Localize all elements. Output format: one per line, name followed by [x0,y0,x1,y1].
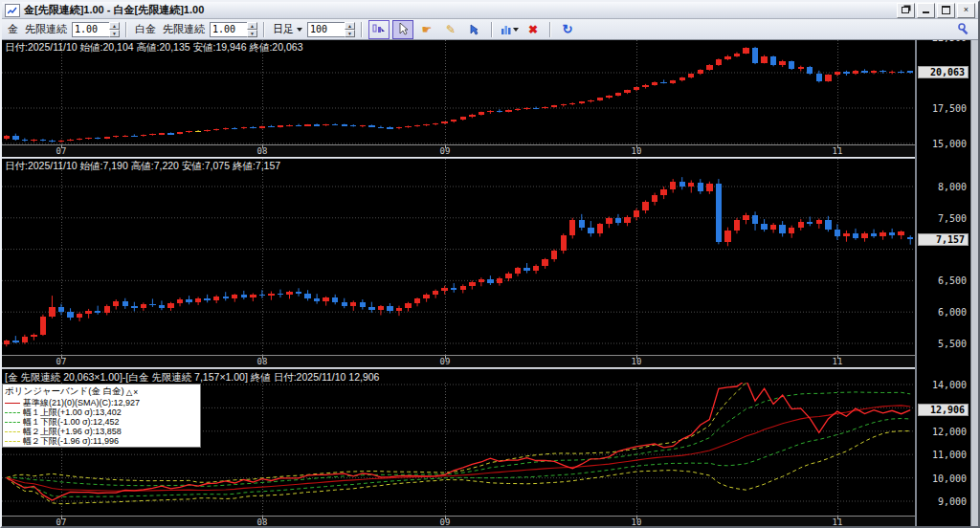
arrow-annotation-button[interactable] [464,20,485,39]
price-axis-column: 22,50017,50015,00020,0638,0007,5006,5006… [917,40,970,528]
symbol1-ratio-spinner: ▲▼ [72,22,120,37]
right-gray-strip [970,40,978,528]
symbol2-label: 白金 [135,22,156,36]
symbol1-series-label: 先限連続 [25,22,67,36]
price-tick-label: 5,500 [938,339,967,349]
spread-x-axis: 0708091011 [2,516,970,528]
symbol1-ratio-input[interactable] [72,22,109,37]
platinum-x-axis: 0708091011 [2,355,970,367]
spin-down-icon[interactable]: ▼ [109,30,120,37]
legend-entry-label: 幅２下限(-1.96 σ):11,996 [23,435,119,448]
chart-app-window: 金[先限連続]1.00 - 白金[先限連続]1.00 × 金 先限連続 ▲▼ 白… [0,0,980,528]
month-label: 07 [56,146,67,156]
legend-line-sample [5,403,20,404]
platinum-candlestick-chart[interactable] [2,159,915,355]
month-label: 08 [257,357,268,366]
toolbar-separator [549,22,551,37]
price-tick-label: 10,000 [932,473,967,484]
legend-line-sample [5,422,20,423]
chart-cursor-tool-button[interactable] [368,20,390,39]
close-button[interactable]: × [957,3,975,18]
price-tick-label: 9,000 [938,496,967,507]
gold-ohlc-info: 日付:2025/11/10 始値:20,104 高値:20,135 安値:19,… [5,41,303,55]
period-label: 日足 [273,22,294,36]
spin-up-icon[interactable]: ▲ [247,22,257,30]
refresh-icon: ↻ [563,24,573,35]
wrench-icon [958,23,970,35]
pencil-tool-button[interactable]: ✎ [440,20,461,39]
legend-entry: 幅２下限(-1.96 σ):11,996 [5,436,198,446]
price-tick-label: 6,500 [938,275,967,286]
red-x-icon: ✖ [528,24,538,35]
symbol2-ratio-spinner: ▲▼ [210,22,257,37]
month-label: 07 [56,517,67,527]
chart-cursor-icon [372,23,386,35]
legend-collapse-close-buttons[interactable]: △× [126,387,140,397]
price-tick-label: 22,500 [932,40,967,43]
app-chart-icon [5,4,20,17]
legend-line-sample [5,412,20,413]
minimize-button[interactable] [917,3,935,18]
month-label: 10 [632,146,642,156]
hand-icon: ☛ [422,24,433,35]
spin-up-icon[interactable]: ▲ [109,22,120,30]
chart-type-dropdown-button[interactable] [499,20,520,39]
price-tick-label: 6,000 [938,307,967,318]
toolbar: 金 先限連続 ▲▼ 白金 先限連続 ▲▼ 日足 ▲▼ [2,19,978,40]
settings-wrench-button[interactable] [953,20,974,39]
cursor-arrow-icon [398,23,409,35]
float-window-button[interactable] [897,3,915,18]
month-label: 11 [833,517,843,527]
month-label: 08 [257,146,268,156]
symbol1-label: 金 [8,22,18,36]
price-tick-label: 11,000 [932,450,967,460]
bar-chart-icon [501,24,512,35]
legend-line-sample [5,441,20,442]
window-title: 金[先限連続]1.00 - 白金[先限連続]1.00 [24,3,204,17]
panel-splitter[interactable] [2,367,978,369]
toolbar-separator [263,22,265,37]
month-label: 07 [56,357,67,366]
price-tick-label: 14,000 [932,380,967,390]
chart-content-area: 日付:2025/11/10 始値:20,104 高値:20,135 安値:19,… [2,40,978,528]
month-label: 10 [632,517,642,527]
delete-indicator-button[interactable]: ✖ [523,20,544,39]
price-tick-label: 15,000 [932,139,967,149]
toolbar-separator [491,22,493,37]
month-label: 11 [833,357,843,366]
gold-x-axis: 0708091011 [2,144,970,157]
last-price-badge: 7,157 [918,233,969,246]
legend-line-sample [5,431,20,432]
hand-tool-button[interactable]: ☛ [416,20,437,39]
toolbar-separator [125,22,127,37]
spread-header: [金 先限連続 20,063×1.00]-[白金 先限連続 7,157×1.00… [5,371,379,385]
spin-down-icon[interactable]: ▼ [247,30,257,37]
month-label: 09 [440,517,451,527]
maximize-button[interactable] [937,3,955,18]
price-tick-label: 8,000 [938,182,967,192]
chevron-down-icon [297,28,302,32]
title-bar[interactable]: 金[先限連続]1.00 - 白金[先限連続]1.00 × [2,2,978,19]
bars-count-spinner: ▲▼ [307,22,355,37]
price-tick-label: 7,500 [938,213,967,224]
month-label: 09 [440,357,451,366]
price-tick-label: 12,000 [932,427,967,437]
month-label: 10 [632,357,642,366]
blue-arrow-icon [469,24,480,35]
toolbar-separator [361,22,363,37]
refresh-button[interactable]: ↻ [557,20,578,39]
select-tool-button[interactable] [392,20,413,39]
last-price-badge: 20,063 [918,66,969,78]
chevron-down-icon [513,28,519,32]
symbol2-ratio-input[interactable] [210,22,247,37]
pencil-icon: ✎ [446,24,456,35]
spin-down-icon[interactable]: ▼ [345,30,355,37]
gold-candlestick-chart[interactable] [2,40,915,144]
platinum-ohlc-info: 日付:2025/11/10 始値:7,190 高値:7,220 安値:7,075… [5,160,280,173]
price-tick-label: 17,500 [932,103,967,114]
bollinger-legend: ボリンジャーバンド(金 白金) △× 基準線(21)(0)(SMA)(C):12… [2,384,201,448]
spin-up-icon[interactable]: ▲ [345,22,355,30]
symbol2-series-label: 先限連続 [163,22,205,36]
bars-count-input[interactable] [307,22,345,37]
period-dropdown[interactable]: 日足 [273,22,302,36]
